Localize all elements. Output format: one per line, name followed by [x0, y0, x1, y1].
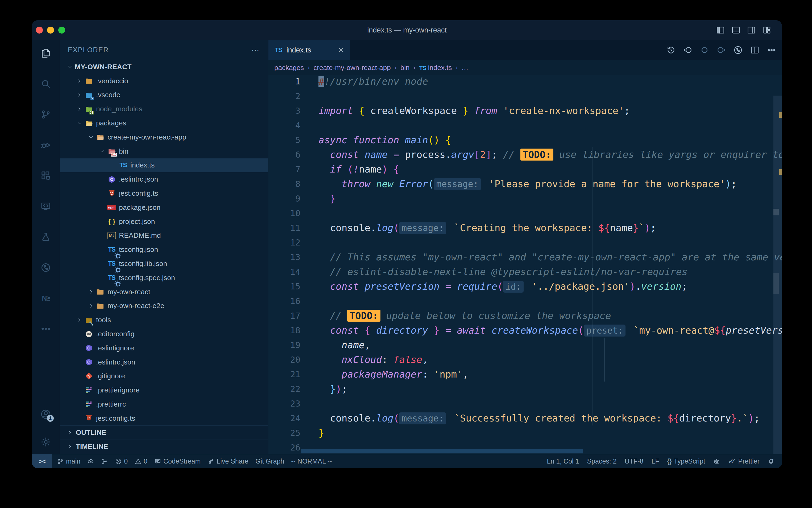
workspace-root-item[interactable]: MY-OWN-REACT: [60, 60, 268, 74]
source-control-icon[interactable]: [40, 109, 52, 120]
status-item-robot[interactable]: [713, 458, 720, 465]
code-line-6[interactable]: 6 const name = process.argv[2]; // TODO:…: [269, 147, 782, 162]
code-line-18[interactable]: 18 const { directory } = await createWor…: [269, 323, 782, 338]
code-line-16[interactable]: 16: [269, 294, 782, 308]
line-number[interactable]: 7: [269, 164, 300, 174]
tree-item-tsconfig-lib-json[interactable]: TStsconfig.lib.json: [60, 257, 268, 271]
run-debug-icon[interactable]: [40, 139, 52, 151]
code-line-4[interactable]: 4: [269, 118, 782, 133]
remote-explorer-icon[interactable]: [40, 201, 52, 212]
tree-item-my-own-react-e2e[interactable]: my-own-react-e2e: [60, 299, 268, 313]
tab-index-ts[interactable]: TS index.ts ✕: [269, 40, 350, 60]
tree-item--eslintrc-json[interactable]: .eslintrc.json: [60, 355, 268, 369]
code-line-21[interactable]: 21 packageManager: 'npm',: [269, 367, 782, 382]
accounts-icon[interactable]: 1: [40, 409, 52, 420]
breadcrumb-item--[interactable]: …: [461, 64, 468, 72]
code-line-5[interactable]: 5async function main() {: [269, 133, 782, 147]
nav-back-icon[interactable]: [682, 44, 694, 56]
code-line-24[interactable]: 24 console.log(message: `Successfully cr…: [269, 411, 782, 425]
code-line-13[interactable]: 13 // This assumes "my-own-react" and "c…: [269, 250, 782, 264]
close-tab-icon[interactable]: ✕: [338, 46, 344, 54]
code-line-10[interactable]: 10: [269, 206, 782, 220]
line-number[interactable]: 9: [269, 194, 300, 204]
nx-console-icon[interactable]: N≥: [40, 292, 52, 304]
settings-icon[interactable]: [40, 436, 52, 448]
line-number[interactable]: 14: [269, 267, 300, 277]
status-item-typescript[interactable]: {}TypeScript: [667, 457, 705, 465]
tree-item-create-my-own-react-app[interactable]: create-my-own-react-app: [60, 130, 268, 144]
layout-grid-icon[interactable]: [761, 24, 773, 36]
code-line-11[interactable]: 11 console.log(message: `Creating the wo…: [269, 220, 782, 235]
line-number[interactable]: 13: [269, 252, 300, 262]
status-item-cloud-upload[interactable]: [87, 458, 94, 465]
line-number[interactable]: 2: [269, 91, 300, 101]
breadcrumb-item-index-ts[interactable]: TS index.ts: [419, 64, 452, 72]
code-line-22[interactable]: 22 });: [269, 382, 782, 396]
status-item-0[interactable]: 0: [135, 457, 147, 465]
tree-item--eslintignore[interactable]: .eslintignore: [60, 341, 268, 355]
line-number[interactable]: 26: [269, 442, 300, 453]
status-item-live-share[interactable]: Live Share: [207, 457, 248, 465]
tree-item-tsconfig-json[interactable]: TStsconfig.json: [60, 243, 268, 257]
outline-section[interactable]: OUTLINE: [60, 425, 268, 439]
tree-item-bin[interactable]: 010bin: [60, 144, 268, 159]
tree-item--verdaccio[interactable]: .verdaccio: [60, 74, 268, 88]
breadcrumb-item-packages[interactable]: packages: [274, 64, 304, 72]
gitlens-icon[interactable]: [40, 262, 52, 273]
tree-item-index-ts[interactable]: TSindex.ts: [60, 159, 268, 173]
code-line-3[interactable]: 3import { createWorkspace } from 'create…: [269, 103, 782, 118]
timeline-history-icon[interactable]: [665, 44, 677, 56]
line-number[interactable]: 11: [269, 223, 300, 233]
line-number[interactable]: 17: [269, 311, 300, 321]
extensions-icon[interactable]: [40, 170, 52, 181]
status-item-0[interactable]: 0: [115, 457, 128, 465]
more-actions-icon[interactable]: [765, 44, 778, 56]
line-number[interactable]: 20: [269, 355, 300, 365]
tree-item--editorconfig[interactable]: .editorconfig: [60, 327, 268, 341]
line-number[interactable]: 10: [269, 208, 300, 218]
line-number[interactable]: 1: [269, 76, 300, 87]
tree-item-node-modules[interactable]: JSnode_modules: [60, 102, 268, 116]
explorer-more-icon[interactable]: ⋯: [251, 45, 260, 54]
tree-item--prettierrc[interactable]: .prettierrc: [60, 397, 268, 411]
status-item-bell-dot[interactable]: [768, 458, 774, 465]
tree-item-jest-config-ts[interactable]: jest.config.ts: [60, 411, 268, 425]
code-line-20[interactable]: 20 nxCloud: false,: [269, 352, 782, 367]
testing-icon[interactable]: [40, 231, 52, 243]
line-number[interactable]: 19: [269, 340, 300, 350]
line-number[interactable]: 25: [269, 428, 300, 438]
line-number[interactable]: 8: [269, 179, 300, 189]
tree-item-tsconfig-spec-json[interactable]: TStsconfig.spec.json: [60, 271, 268, 285]
status-item-main[interactable]: main: [57, 457, 80, 465]
code-line-9[interactable]: 9 }: [269, 191, 782, 206]
layout-sidebar-left-icon[interactable]: [715, 24, 726, 36]
search-icon[interactable]: [40, 78, 52, 90]
code-line-25[interactable]: 25}: [269, 425, 782, 440]
layout-sidebar-right-icon[interactable]: [746, 24, 757, 36]
status-item-sc-graph[interactable]: [101, 458, 108, 465]
timeline-section[interactable]: TIMELINE: [60, 439, 268, 454]
tree-item--vscode[interactable]: ✕.vscode: [60, 88, 268, 102]
files-icon[interactable]: [40, 47, 52, 59]
line-number[interactable]: 18: [269, 325, 300, 335]
tree-item-jest-config-ts[interactable]: jest.config.ts: [60, 186, 268, 201]
code-line-8[interactable]: 8 throw new Error(message: 'Please provi…: [269, 176, 782, 191]
code-line-23[interactable]: 23: [269, 396, 782, 411]
tree-item-my-own-react[interactable]: my-own-react: [60, 285, 268, 299]
code-line-17[interactable]: 17 // TODO: update below to customize th…: [269, 308, 782, 323]
breadcrumb-item-create-my-own-react-app[interactable]: create-my-own-react-app: [314, 64, 391, 72]
line-number[interactable]: 23: [269, 398, 300, 409]
status-item-lf[interactable]: LF: [652, 457, 659, 465]
nav-circle-icon[interactable]: [699, 44, 711, 56]
code-line-7[interactable]: 7 if (!name) {: [269, 162, 782, 176]
line-number[interactable]: 21: [269, 369, 300, 379]
status-item-utf-8[interactable]: UTF-8: [625, 457, 643, 465]
line-number[interactable]: 24: [269, 413, 300, 423]
line-number[interactable]: 6: [269, 150, 300, 160]
nav-forward-icon[interactable]: [715, 44, 727, 56]
tree-item-project-json[interactable]: { }project.json: [60, 215, 268, 229]
code-line-14[interactable]: 14 // eslint-disable-next-line @typescri…: [269, 264, 782, 279]
line-number[interactable]: 16: [269, 296, 300, 306]
tree-item-tools[interactable]: 🔧tools: [60, 313, 268, 327]
tree-item--eslintrc-json[interactable]: .eslintrc.json: [60, 172, 268, 186]
